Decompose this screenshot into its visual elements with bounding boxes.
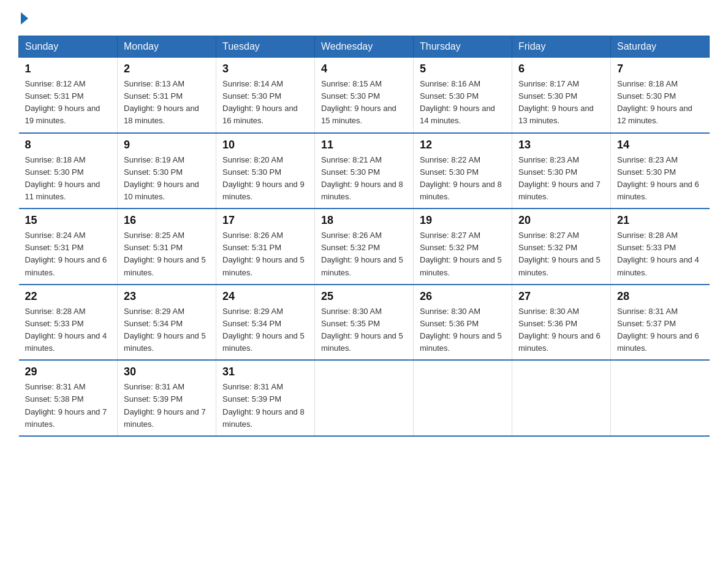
- day-number: 26: [420, 290, 506, 303]
- calendar-cell: 24Sunrise: 8:29 AMSunset: 5:34 PMDayligh…: [216, 285, 315, 361]
- day-info: Sunrise: 8:31 AMSunset: 5:39 PMDaylight:…: [222, 382, 305, 428]
- day-info: Sunrise: 8:14 AMSunset: 5:30 PMDaylight:…: [222, 79, 298, 125]
- day-number: 1: [25, 63, 112, 75]
- day-number: 17: [222, 214, 308, 227]
- day-number: 2: [124, 63, 210, 75]
- day-info: Sunrise: 8:30 AMSunset: 5:35 PMDaylight:…: [321, 307, 403, 353]
- day-info: Sunrise: 8:19 AMSunset: 5:30 PMDaylight:…: [124, 155, 199, 201]
- day-info: Sunrise: 8:21 AMSunset: 5:30 PMDaylight:…: [321, 155, 403, 201]
- calendar-cell: 29Sunrise: 8:31 AMSunset: 5:38 PMDayligh…: [19, 360, 118, 436]
- day-info: Sunrise: 8:17 AMSunset: 5:30 PMDaylight:…: [518, 79, 594, 125]
- calendar-cell: 25Sunrise: 8:30 AMSunset: 5:35 PMDayligh…: [315, 285, 414, 361]
- calendar-cell: 27Sunrise: 8:30 AMSunset: 5:36 PMDayligh…: [512, 285, 611, 361]
- day-info: Sunrise: 8:26 AMSunset: 5:31 PMDaylight:…: [222, 231, 305, 277]
- day-number: 15: [25, 214, 112, 227]
- day-info: Sunrise: 8:24 AMSunset: 5:31 PMDaylight:…: [25, 231, 107, 277]
- day-number: 29: [25, 366, 112, 378]
- day-info: Sunrise: 8:30 AMSunset: 5:36 PMDaylight:…: [420, 307, 502, 353]
- day-info: Sunrise: 8:18 AMSunset: 5:30 PMDaylight:…: [25, 155, 100, 201]
- logo: [18, 12, 29, 25]
- day-number: 16: [124, 214, 210, 227]
- day-info: Sunrise: 8:30 AMSunset: 5:36 PMDaylight:…: [518, 307, 601, 353]
- calendar-cell: 21Sunrise: 8:28 AMSunset: 5:33 PMDayligh…: [611, 209, 710, 285]
- calendar-cell: [512, 360, 611, 436]
- day-number: 27: [518, 290, 604, 303]
- week-row-5: 29Sunrise: 8:31 AMSunset: 5:38 PMDayligh…: [19, 360, 710, 436]
- calendar-cell: 2Sunrise: 8:13 AMSunset: 5:31 PMDaylight…: [118, 58, 216, 133]
- day-number: 5: [420, 63, 506, 75]
- day-header-wednesday: Wednesday: [315, 36, 414, 58]
- week-row-1: 1Sunrise: 8:12 AMSunset: 5:31 PMDaylight…: [19, 58, 710, 133]
- days-header-row: SundayMondayTuesdayWednesdayThursdayFrid…: [19, 36, 710, 58]
- calendar-cell: 26Sunrise: 8:30 AMSunset: 5:36 PMDayligh…: [414, 285, 512, 361]
- day-header-friday: Friday: [512, 36, 611, 58]
- week-row-3: 15Sunrise: 8:24 AMSunset: 5:31 PMDayligh…: [19, 209, 710, 285]
- calendar-cell: 8Sunrise: 8:18 AMSunset: 5:30 PMDaylight…: [19, 133, 118, 209]
- calendar-cell: [414, 360, 512, 436]
- page-header: [18, 12, 710, 25]
- day-number: 28: [617, 290, 703, 303]
- day-info: Sunrise: 8:29 AMSunset: 5:34 PMDaylight:…: [124, 307, 206, 353]
- day-info: Sunrise: 8:13 AMSunset: 5:31 PMDaylight:…: [124, 79, 199, 125]
- day-info: Sunrise: 8:22 AMSunset: 5:30 PMDaylight:…: [420, 155, 502, 201]
- day-info: Sunrise: 8:20 AMSunset: 5:30 PMDaylight:…: [222, 155, 305, 201]
- calendar-cell: 13Sunrise: 8:23 AMSunset: 5:30 PMDayligh…: [512, 133, 611, 209]
- day-number: 24: [222, 290, 308, 303]
- day-number: 23: [124, 290, 210, 303]
- day-number: 6: [518, 63, 604, 75]
- calendar-cell: 5Sunrise: 8:16 AMSunset: 5:30 PMDaylight…: [414, 58, 512, 133]
- calendar-cell: 15Sunrise: 8:24 AMSunset: 5:31 PMDayligh…: [19, 209, 118, 285]
- day-number: 12: [420, 139, 506, 151]
- day-number: 25: [321, 290, 407, 303]
- day-info: Sunrise: 8:31 AMSunset: 5:39 PMDaylight:…: [124, 382, 206, 428]
- calendar-cell: 20Sunrise: 8:27 AMSunset: 5:32 PMDayligh…: [512, 209, 611, 285]
- day-header-tuesday: Tuesday: [216, 36, 315, 58]
- day-number: 13: [518, 139, 604, 151]
- day-number: 10: [222, 139, 308, 151]
- week-row-4: 22Sunrise: 8:28 AMSunset: 5:33 PMDayligh…: [19, 285, 710, 361]
- day-number: 8: [25, 139, 112, 151]
- day-info: Sunrise: 8:18 AMSunset: 5:30 PMDaylight:…: [617, 79, 692, 125]
- day-number: 21: [617, 214, 703, 227]
- calendar-cell: 6Sunrise: 8:17 AMSunset: 5:30 PMDaylight…: [512, 58, 611, 133]
- calendar-cell: 17Sunrise: 8:26 AMSunset: 5:31 PMDayligh…: [216, 209, 315, 285]
- day-number: 3: [222, 63, 308, 75]
- day-number: 31: [222, 366, 308, 378]
- day-info: Sunrise: 8:31 AMSunset: 5:37 PMDaylight:…: [617, 307, 699, 353]
- day-info: Sunrise: 8:26 AMSunset: 5:32 PMDaylight:…: [321, 231, 403, 277]
- day-number: 19: [420, 214, 506, 227]
- day-info: Sunrise: 8:12 AMSunset: 5:31 PMDaylight:…: [25, 79, 100, 125]
- calendar-cell: [611, 360, 710, 436]
- logo-arrow-icon: [21, 12, 28, 25]
- day-info: Sunrise: 8:31 AMSunset: 5:38 PMDaylight:…: [25, 382, 107, 428]
- day-info: Sunrise: 8:28 AMSunset: 5:33 PMDaylight:…: [25, 307, 107, 353]
- calendar-cell: [315, 360, 414, 436]
- day-header-saturday: Saturday: [611, 36, 710, 58]
- calendar-cell: 10Sunrise: 8:20 AMSunset: 5:30 PMDayligh…: [216, 133, 315, 209]
- day-header-thursday: Thursday: [414, 36, 512, 58]
- day-info: Sunrise: 8:15 AMSunset: 5:30 PMDaylight:…: [321, 79, 396, 125]
- day-info: Sunrise: 8:29 AMSunset: 5:34 PMDaylight:…: [222, 307, 305, 353]
- day-number: 11: [321, 139, 407, 151]
- calendar-cell: 11Sunrise: 8:21 AMSunset: 5:30 PMDayligh…: [315, 133, 414, 209]
- calendar-cell: 16Sunrise: 8:25 AMSunset: 5:31 PMDayligh…: [118, 209, 216, 285]
- day-number: 30: [124, 366, 210, 378]
- day-info: Sunrise: 8:28 AMSunset: 5:33 PMDaylight:…: [617, 231, 699, 277]
- calendar-cell: 23Sunrise: 8:29 AMSunset: 5:34 PMDayligh…: [118, 285, 216, 361]
- calendar-cell: 7Sunrise: 8:18 AMSunset: 5:30 PMDaylight…: [611, 58, 710, 133]
- day-info: Sunrise: 8:25 AMSunset: 5:31 PMDaylight:…: [124, 231, 206, 277]
- day-number: 7: [617, 63, 703, 75]
- calendar-cell: 30Sunrise: 8:31 AMSunset: 5:39 PMDayligh…: [118, 360, 216, 436]
- day-header-monday: Monday: [118, 36, 216, 58]
- calendar-cell: 1Sunrise: 8:12 AMSunset: 5:31 PMDaylight…: [19, 58, 118, 133]
- calendar-cell: 14Sunrise: 8:23 AMSunset: 5:30 PMDayligh…: [611, 133, 710, 209]
- day-info: Sunrise: 8:27 AMSunset: 5:32 PMDaylight:…: [518, 231, 601, 277]
- day-info: Sunrise: 8:27 AMSunset: 5:32 PMDaylight:…: [420, 231, 502, 277]
- calendar-table: SundayMondayTuesdayWednesdayThursdayFrid…: [18, 36, 710, 437]
- day-number: 4: [321, 63, 407, 75]
- day-header-sunday: Sunday: [19, 36, 118, 58]
- day-number: 22: [25, 290, 112, 303]
- calendar-cell: 3Sunrise: 8:14 AMSunset: 5:30 PMDaylight…: [216, 58, 315, 133]
- day-number: 9: [124, 139, 210, 151]
- day-number: 20: [518, 214, 604, 227]
